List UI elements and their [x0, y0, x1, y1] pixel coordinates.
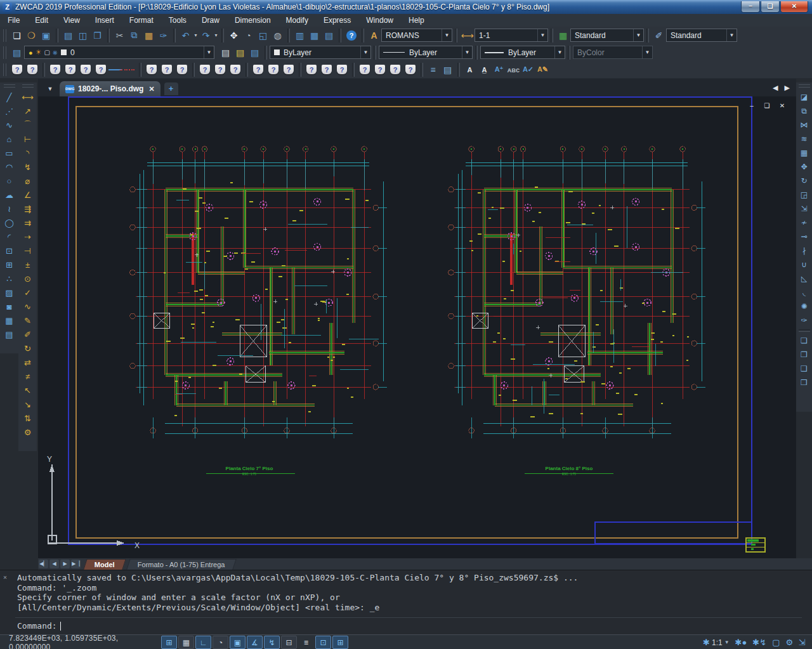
dim-aligned-button[interactable]: ↗	[20, 104, 36, 118]
command-input[interactable]: Command:	[17, 621, 61, 631]
dim-style-combo[interactable]: 1-1 ▼	[475, 29, 548, 42]
explode-button[interactable]: ✺	[797, 299, 811, 313]
unknown-button[interactable]: ?	[284, 65, 294, 74]
unknown-button[interactable]: ?	[147, 65, 157, 74]
dim-text-edit-button[interactable]: ✐	[20, 327, 36, 341]
layout-nav-2[interactable]: ▶	[60, 560, 70, 568]
command-close-icon[interactable]: ✕	[3, 574, 7, 580]
polar-toggle-button[interactable]: ◔	[213, 636, 228, 649]
arc-button[interactable]: ◠	[1, 160, 17, 174]
tolerance-button[interactable]: ±	[20, 258, 36, 272]
unknown-button[interactable]: ?	[215, 65, 225, 74]
toolbar-drag-handle[interactable]	[799, 84, 810, 88]
undo-button[interactable]: ↶	[178, 28, 193, 43]
anno-edit-toggle-button[interactable]: ⊞	[332, 636, 348, 649]
doc-minimize-button[interactable]: –	[747, 102, 757, 110]
quick-menu-button[interactable]: ≡	[298, 636, 314, 649]
revision-cloud-button[interactable]: ☁	[1, 188, 17, 202]
mirror-button[interactable]: ⋈	[797, 118, 811, 132]
dim-baseline-button[interactable]: ⇉	[20, 216, 36, 230]
menu-file[interactable]: File	[0, 15, 27, 26]
dim-jog-line-button[interactable]: ∿	[20, 299, 36, 313]
menu-format[interactable]: Format	[122, 15, 161, 26]
dim-override-button[interactable]: ≠	[20, 369, 36, 383]
layer-lock-icon[interactable]: ⎈	[53, 49, 58, 56]
chevron-down-icon[interactable]: ▼	[633, 29, 643, 41]
annotation-visibility-icon[interactable]: ✱●	[735, 638, 747, 647]
layout-nav-0[interactable]: ◀▏	[39, 560, 48, 568]
extend-button[interactable]: ⊸	[797, 230, 811, 244]
dim-space-button[interactable]: ⇅	[20, 411, 36, 425]
settings-gear-icon[interactable]: ⚙	[785, 638, 793, 647]
menu-dimension[interactable]: Dimension	[227, 15, 278, 26]
doc-restore-button[interactable]: ❏	[762, 102, 772, 110]
center-mark-button[interactable]: ⊙	[20, 272, 36, 285]
linetype-sample-dashed-button[interactable]	[122, 62, 136, 77]
ortho-toggle-button[interactable]: ∟	[195, 636, 211, 649]
single-line-text-button[interactable]: A̲	[477, 62, 492, 77]
bring-to-front-button[interactable]: ❏	[797, 334, 811, 348]
unknown-button[interactable]: ?	[375, 65, 385, 74]
dim-angular-button[interactable]: ∠	[20, 188, 36, 202]
join-button[interactable]: ∪	[797, 258, 811, 272]
menu-edit[interactable]: Edit	[27, 15, 56, 26]
design-center-button[interactable]: ▦	[307, 28, 322, 43]
unknown-button[interactable]: ?	[306, 65, 317, 74]
unknown-button[interactable]: ?	[96, 65, 106, 74]
circle-button[interactable]: ○	[1, 174, 17, 188]
auto-annotation-icon[interactable]: ✱↯	[752, 638, 766, 647]
menu-view[interactable]: View	[56, 15, 88, 26]
layout-nav-1[interactable]: ◀	[49, 560, 59, 568]
chevron-down-icon[interactable]: ▼	[724, 639, 730, 645]
bullet-list-button[interactable]: ≡	[426, 62, 440, 77]
edit-text-button[interactable]: A✎	[535, 62, 550, 77]
zoom-previous-button[interactable]: ◍	[270, 28, 285, 43]
match-prop-button[interactable]: ✑	[797, 313, 811, 327]
layer-plot-icon[interactable]: ▢	[44, 49, 50, 56]
annotation-scale-control[interactable]: ✱ 1:1 ▼	[703, 638, 730, 647]
new-button[interactable]: ❏	[10, 28, 24, 43]
dim-radius-button[interactable]: ◝	[20, 146, 36, 160]
dim-diameter-button[interactable]: ⌀	[20, 174, 36, 188]
document-tab[interactable]: DWG 18029-... Piso.dwg ✕	[60, 81, 160, 96]
dim-style-button[interactable]: ⚙	[20, 425, 36, 439]
dim-inspect-button[interactable]: ✓	[20, 285, 36, 299]
layer-states-button[interactable]: ▤	[218, 45, 233, 60]
spell-check-button[interactable]: A✓	[521, 62, 535, 77]
drawing-canvas[interactable]: Planta Cielo 7° Piso ESC.: 1:75 Planta C…	[38, 96, 796, 558]
layout-tab-formato[interactable]: Formato - A0 (1-75) Entrega	[126, 559, 236, 570]
dim-arc-length-button[interactable]: ⌒	[20, 118, 36, 132]
chevron-down-icon[interactable]: ▼	[442, 29, 452, 41]
dim-update-button[interactable]: ↻	[20, 341, 36, 355]
chevron-down-icon[interactable]: ▼	[204, 46, 214, 58]
dim-break-button[interactable]: ⊣	[20, 244, 36, 258]
fullscreen-icon[interactable]: ⇲	[799, 638, 806, 647]
layout-nav-3[interactable]: ▶▕	[71, 560, 81, 568]
insert-block-button[interactable]: ⊡	[1, 244, 17, 258]
tab-scroll-left-icon[interactable]: ◀	[773, 84, 778, 92]
polygon-button[interactable]: ⌂	[1, 132, 17, 146]
chevron-down-icon[interactable]: ▼	[726, 29, 737, 41]
layer-properties-icon[interactable]: ▤	[10, 45, 24, 60]
text-style-icon[interactable]: A	[367, 28, 381, 43]
table-style-combo[interactable]: Standard ▼	[570, 29, 644, 42]
chevron-down-icon[interactable]: ▼	[462, 46, 472, 58]
zoom-window-button[interactable]: ◱	[256, 28, 270, 43]
unknown-button[interactable]: ?	[177, 65, 187, 74]
unknown-button[interactable]: ?	[405, 65, 416, 74]
chevron-down-icon[interactable]: ▼	[537, 29, 547, 41]
copy-clip-button[interactable]: ⧉	[127, 28, 141, 43]
close-button[interactable]: ✕	[780, 1, 808, 13]
unknown-button[interactable]: ?	[200, 65, 210, 74]
dim-edit-button[interactable]: ✎	[20, 313, 36, 327]
scale-button[interactable]: ◲	[797, 188, 811, 202]
chevron-down-icon[interactable]: ▼	[554, 46, 565, 58]
lineweight-combo[interactable]: ByLayer ▼	[480, 46, 565, 59]
tool-palettes-button[interactable]: ▤	[322, 28, 336, 43]
quick-leader-button[interactable]: ↖	[20, 383, 36, 397]
help-button[interactable]: ?	[346, 30, 357, 41]
toolbar-drag-handle[interactable]	[4, 84, 15, 88]
unknown-button[interactable]: ?	[12, 65, 22, 74]
tab-scroll-right-icon[interactable]: ▶	[785, 84, 790, 92]
copy-button[interactable]: ⧉	[797, 104, 811, 118]
